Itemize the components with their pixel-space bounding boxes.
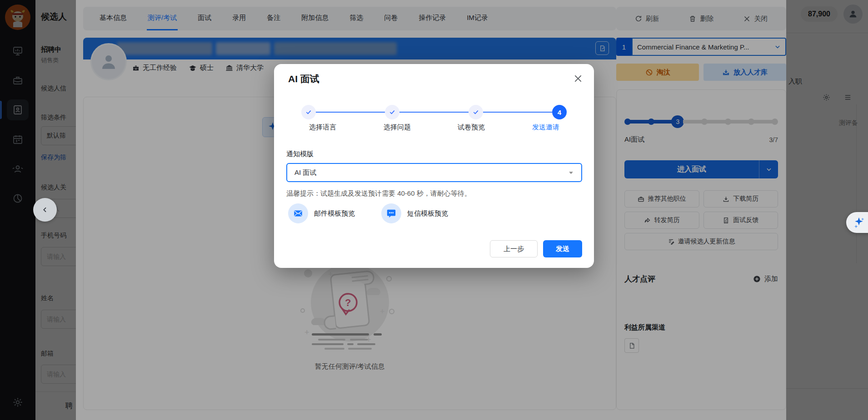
chevron-left-icon [41,206,49,213]
modal-title: AI 面试 [288,73,319,85]
close-icon [574,74,583,83]
caret-down-icon [568,170,574,176]
ai-interview-modal: AI 面试 4 选择语言 选择问题 试卷预览 发送邀请 [274,64,594,268]
step-label-active: 发送邀请 [532,123,559,132]
step-label: 选择问题 [384,123,411,132]
mail-icon [293,208,303,218]
modal-stepper: 4 [301,105,567,119]
chat-bubble-icon [386,208,396,218]
modal-hint: 温馨提示：试题生成及发送预计需要 40-60 秒，请耐心等待。 [286,189,471,198]
email-icon-circle [288,203,308,223]
step-current: 4 [552,105,567,119]
email-template-preview[interactable]: 邮件模板预览 [288,203,355,223]
step-label: 选择语言 [309,123,336,132]
drawer-overlay-right [786,0,868,420]
sms-template-preview[interactable]: 短信模板预览 [381,203,448,223]
sparkle-icon [852,216,866,229]
template-label: 通知模版 [286,150,314,158]
check-icon [305,109,312,116]
ai-assistant-button[interactable] [846,212,868,233]
modal-close-button[interactable] [572,73,584,84]
check-icon [472,109,479,116]
check-icon [389,109,396,116]
template-select[interactable]: AI 面试 [286,163,582,182]
send-button[interactable]: 发送 [543,240,582,257]
step-done [469,105,483,119]
step-done [301,105,316,119]
step-label: 试卷预览 [458,123,485,132]
step-done [385,105,399,119]
sms-icon-circle [381,203,401,223]
collapse-panel-button[interactable] [33,198,57,222]
previous-step-button[interactable]: 上一步 [490,240,538,257]
